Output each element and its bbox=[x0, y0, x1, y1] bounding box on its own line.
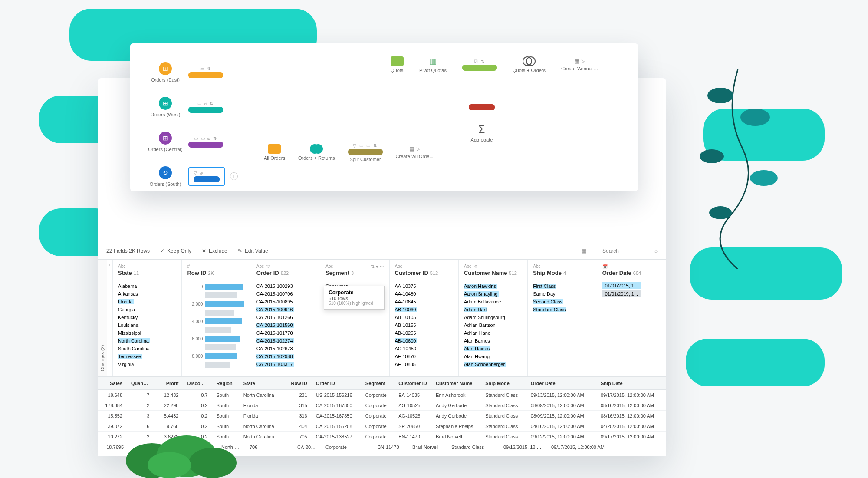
value-row[interactable]: Adrian Hane bbox=[464, 329, 522, 337]
clean-step[interactable] bbox=[188, 142, 223, 148]
profile-card[interactable]: Abc State11AlabamaArkansasFloridaGeorgia… bbox=[113, 260, 182, 376]
value-row[interactable]: Aaron Hawkins bbox=[464, 282, 522, 290]
value-row[interactable]: AA-10375 bbox=[395, 282, 453, 290]
table-row[interactable]: 22824SouthNorth Carolina707CA-2015-13852… bbox=[98, 452, 666, 456]
column-header[interactable]: Region bbox=[212, 381, 239, 386]
value-row[interactable]: Arkansas bbox=[118, 290, 176, 298]
add-step-icon[interactable]: + bbox=[230, 172, 238, 180]
value-row[interactable]: CA-2015-100706 bbox=[256, 290, 315, 298]
value-row[interactable]: Alan Schoenberger bbox=[464, 360, 522, 368]
value-row[interactable]: CA-2015-101266 bbox=[256, 313, 315, 321]
value-row[interactable]: AA-10645 bbox=[395, 298, 453, 306]
profile-card[interactable]: Abc Customer ID512AA-10375AA-10480AA-106… bbox=[390, 260, 459, 376]
value-row[interactable]: CA-2015-102988 bbox=[256, 353, 315, 360]
value-row[interactable]: AB-10060 bbox=[395, 306, 453, 313]
profile-card[interactable]: # Row ID2K02,0004,0006,0008,00010,000 bbox=[182, 260, 251, 376]
clean-step[interactable] bbox=[469, 104, 495, 110]
value-row[interactable]: Mississippi bbox=[118, 329, 176, 337]
gear-icon[interactable]: ⚙ bbox=[474, 264, 478, 269]
value-row[interactable]: CA-2015-101770 bbox=[256, 329, 315, 337]
column-header[interactable]: Sales bbox=[98, 381, 127, 386]
edit-value-button[interactable]: ✎ Edit Value bbox=[238, 248, 268, 254]
value-row[interactable]: AB-10600 bbox=[395, 337, 453, 345]
value-row[interactable]: AB-10105 bbox=[395, 313, 453, 321]
profile-card[interactable]: Abc Ship Mode4First ClassSame DaySecond … bbox=[528, 260, 597, 376]
table-row[interactable]: 10.27223.62880.2SouthNorth Carolina705CA… bbox=[98, 432, 666, 442]
column-header[interactable]: Order Date bbox=[526, 381, 596, 386]
column-header[interactable]: Order ID bbox=[312, 381, 361, 386]
join-step[interactable]: Orders + Returns bbox=[298, 144, 335, 161]
date-chip[interactable]: 01/01/2015, 1... bbox=[602, 282, 641, 289]
value-row[interactable]: AG-10330 bbox=[395, 368, 453, 369]
clean-step[interactable] bbox=[188, 107, 223, 113]
column-header[interactable]: Discount bbox=[183, 381, 212, 386]
value-row[interactable]: AF-10885 bbox=[395, 360, 453, 368]
table-row[interactable]: 15.55235.44320.2SouthFlorida316CA-2015-1… bbox=[98, 411, 666, 421]
search-icon[interactable]: ⌕ bbox=[654, 248, 658, 254]
column-header[interactable]: State bbox=[239, 381, 285, 386]
column-header[interactable]: Customer Name bbox=[431, 381, 481, 386]
sort-icon[interactable]: ⇅ ▾ ⋯ bbox=[371, 264, 385, 270]
date-chip[interactable]: 01/01/2019, 1... bbox=[602, 290, 641, 297]
value-row[interactable]: Adam Bellavance bbox=[464, 298, 522, 306]
value-row[interactable]: First Class bbox=[533, 282, 591, 290]
pivot-step[interactable]: ▥Pivot Quotas bbox=[419, 56, 447, 73]
value-row[interactable]: North Carolina bbox=[118, 337, 176, 345]
column-header[interactable]: Ship Mode bbox=[481, 381, 526, 386]
clean-step[interactable] bbox=[188, 72, 223, 78]
profile-card[interactable]: Abc▽ Order ID822CA-2015-100293CA-2015-10… bbox=[251, 260, 320, 376]
value-row[interactable]: AB-10255 bbox=[395, 329, 453, 337]
value-row[interactable]: CA-2015-103366 bbox=[256, 368, 315, 369]
search-input[interactable]: Search bbox=[602, 248, 619, 254]
source-node[interactable]: ⊞Orders (Central) bbox=[148, 132, 183, 152]
value-row[interactable]: Alan Shonely bbox=[464, 368, 522, 369]
profile-card[interactable]: Abc Segment3⇅ ▾ ⋯ConsumerContractorCorpo… bbox=[320, 260, 389, 376]
exclude-button[interactable]: ✕ Exclude bbox=[202, 248, 227, 254]
value-row[interactable]: South Carolina bbox=[118, 345, 176, 353]
clean-step[interactable]: ▽ ▭ ▭ ⇅Split Customer bbox=[348, 143, 383, 162]
column-header[interactable]: Customer ID bbox=[394, 381, 431, 386]
value-row[interactable]: Virginia bbox=[118, 360, 176, 368]
value-row[interactable]: AC-10450 bbox=[395, 345, 453, 353]
value-row[interactable]: CA-2015-102274 bbox=[256, 337, 315, 345]
grid-view-icon[interactable]: ▦ bbox=[582, 248, 586, 254]
profile-card[interactable]: Abc⚙ Customer Name512Aaron HawkinsAaron … bbox=[459, 260, 528, 376]
source-node[interactable]: ⊞Orders (East) bbox=[148, 62, 183, 82]
value-row[interactable]: Same Day bbox=[533, 290, 591, 298]
value-row[interactable]: CA-2015-101560 bbox=[256, 321, 315, 329]
value-row[interactable]: Adam Hart bbox=[464, 306, 522, 313]
source-node[interactable]: ↻Orders (South) bbox=[148, 166, 183, 187]
column-header[interactable]: Ship Date bbox=[596, 381, 666, 386]
table-row[interactable]: 178.384222.2980.2SouthFlorida315CA-2015-… bbox=[98, 400, 666, 411]
output-step[interactable]: ▦ ▷Create 'Annual ... bbox=[561, 58, 598, 71]
keep-only-button[interactable]: ✓ Keep Only bbox=[160, 248, 191, 254]
value-row[interactable]: Adam Shillingsburg bbox=[464, 313, 522, 321]
value-row[interactable]: CA-2015-103317 bbox=[256, 360, 315, 368]
column-header[interactable]: Profit bbox=[154, 381, 183, 386]
value-row[interactable]: CA-2015-100895 bbox=[256, 298, 315, 306]
value-row[interactable]: CA-2015-100293 bbox=[256, 282, 315, 290]
output-step[interactable]: ▦ ▷Create 'All Orde... bbox=[396, 146, 434, 159]
value-row[interactable]: CA-2015-100916 bbox=[256, 306, 315, 313]
table-row[interactable]: 39.07269.7680.2SouthNorth Carolina404CA-… bbox=[98, 421, 666, 432]
value-row[interactable]: Alan Hwang bbox=[464, 353, 522, 360]
flow-canvas[interactable]: ⊞Orders (East) ▭ ⇅ ⊞Orders (West) ▭ ⌀ ⇅ … bbox=[130, 43, 638, 191]
union-step[interactable]: All Orders bbox=[264, 144, 285, 161]
collapse-chevron-icon[interactable]: › bbox=[107, 260, 113, 376]
value-row[interactable]: Second Class bbox=[533, 298, 591, 306]
value-row[interactable]: Adrian Bartson bbox=[464, 321, 522, 329]
column-header[interactable]: Quantity bbox=[127, 381, 154, 386]
join-step[interactable]: Quota + Orders bbox=[513, 56, 546, 73]
selected-step[interactable]: ▽ ⌀ bbox=[188, 167, 225, 186]
changes-tab[interactable]: Changes (2) bbox=[98, 260, 107, 376]
table-row[interactable]: 18.76950.3SouthNorth Carolina706CA-2015-… bbox=[98, 442, 666, 452]
value-row[interactable]: Kentucky bbox=[118, 313, 176, 321]
value-row[interactable]: Alan Haines bbox=[464, 345, 522, 353]
value-row[interactable]: Florida bbox=[118, 298, 176, 306]
column-header[interactable]: Segment bbox=[361, 381, 394, 386]
filter-icon[interactable]: ▽ bbox=[266, 264, 270, 269]
value-row[interactable]: Aaron Smayling bbox=[464, 290, 522, 298]
source-node[interactable]: ⊞Orders (West) bbox=[148, 97, 183, 117]
value-row[interactable]: AA-10480 bbox=[395, 290, 453, 298]
value-row[interactable]: Alabama bbox=[118, 282, 176, 290]
